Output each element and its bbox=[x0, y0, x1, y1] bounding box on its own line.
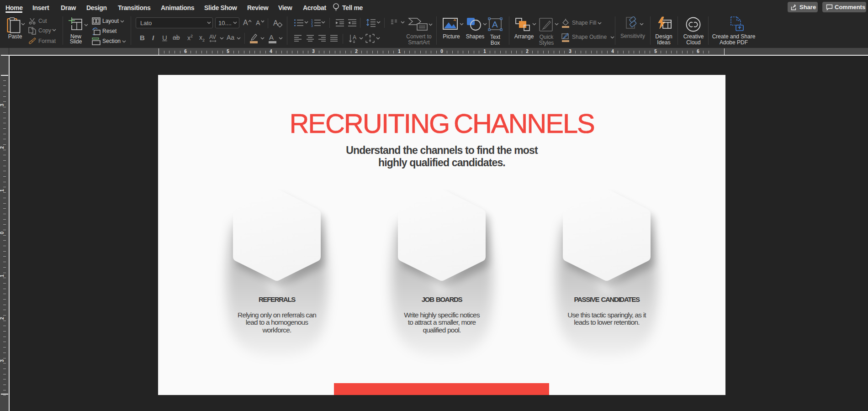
svg-text:3: 3 bbox=[311, 24, 313, 27]
svg-text:A: A bbox=[492, 20, 498, 29]
svg-text:A: A bbox=[269, 33, 274, 41]
svg-text:A: A bbox=[353, 34, 356, 41]
svg-text:A: A bbox=[273, 19, 278, 27]
svg-text:AV: AV bbox=[209, 34, 216, 40]
